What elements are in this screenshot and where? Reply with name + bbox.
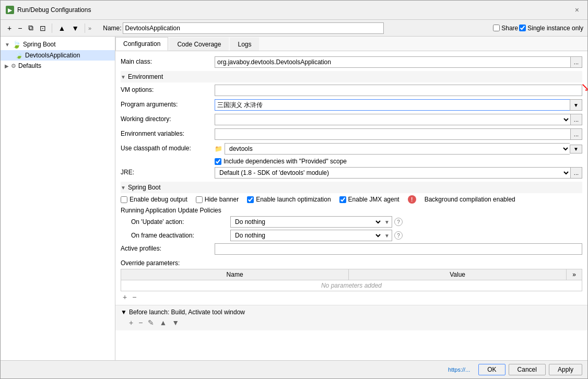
override-params-label: Override parameters:: [121, 258, 582, 267]
program-args-row: Program arguments: ▼: [121, 99, 582, 111]
move-up-button[interactable]: ▲: [55, 22, 68, 34]
enable-jmx-option: Enable JMX agent: [339, 196, 399, 203]
config-panel: Main class: ... ▼ Environment VM options…: [115, 51, 587, 360]
running-policies-section: Running Application Update Policies On '…: [121, 207, 582, 241]
module-folder-icon: 📁: [215, 145, 222, 152]
spring-boot-section-header[interactable]: ▼ Spring Boot: [121, 182, 582, 193]
before-launch-buttons: + − ✎ ▲ ▼: [127, 318, 582, 327]
active-profiles-input[interactable]: [215, 243, 582, 255]
main-class-input[interactable]: [215, 56, 570, 68]
classpath-dropdown-arrow[interactable]: ▼: [570, 145, 582, 153]
sidebar-item-defaults[interactable]: ▶ ⚙ Defaults: [1, 61, 115, 71]
enable-launch-opt-checkbox[interactable]: [247, 196, 254, 203]
close-button[interactable]: ×: [572, 5, 582, 15]
toolbar-separator: [52, 23, 52, 33]
classpath-module-control: 📁 devtools ▼: [215, 143, 582, 155]
enable-debug-option: Enable debug output: [121, 196, 187, 203]
info-icon[interactable]: !: [408, 195, 416, 204]
vm-options-input[interactable]: [215, 85, 582, 96]
add-config-button[interactable]: +: [5, 22, 14, 34]
sidebar: ▼ 🍃 Spring Boot 🍃 DevtoolsApplication ▶ …: [1, 37, 115, 360]
cancel-button[interactable]: Cancel: [509, 364, 546, 375]
copy-config-button[interactable]: ⧉: [26, 22, 36, 34]
env-variables-browse-button[interactable]: ...: [570, 128, 582, 140]
include-deps-row: Include dependencies with "Provided" sco…: [215, 158, 582, 165]
on-update-help-icon[interactable]: ?: [394, 218, 403, 226]
toolbar-separator-2: [85, 23, 85, 33]
main-class-row: Main class: ...: [121, 56, 582, 68]
tab-logs[interactable]: Logs: [230, 38, 259, 51]
bottom-bar: https://... OK Cancel Apply: [1, 360, 587, 378]
on-update-dropdown[interactable]: Do nothing ▼: [230, 216, 392, 228]
before-launch-up-button[interactable]: ▲: [157, 318, 169, 327]
override-empty-msg: No parameters added: [121, 280, 582, 291]
program-args-control: ▼: [215, 99, 582, 111]
env-variables-input[interactable]: [215, 128, 570, 140]
override-add-button[interactable]: +: [121, 292, 129, 302]
jre-select[interactable]: Default (1.8 - SDK of 'devtools' module): [215, 167, 570, 179]
enable-jmx-checkbox[interactable]: [339, 196, 346, 203]
on-update-dropdown-arrow[interactable]: ▼: [382, 219, 392, 225]
paste-config-button[interactable]: ⊡: [37, 22, 49, 34]
enable-debug-checkbox[interactable]: [121, 196, 127, 203]
environment-section-header[interactable]: ▼ Environment: [121, 71, 582, 82]
on-frame-deact-dropdown-arrow[interactable]: ▼: [382, 233, 392, 239]
before-launch-down-button[interactable]: ▼: [170, 318, 181, 327]
main-class-control: ...: [215, 56, 582, 68]
before-launch-header[interactable]: ▼ Before launch: Build, Activate tool wi…: [121, 309, 582, 316]
on-frame-deact-select[interactable]: Do nothing: [231, 230, 382, 241]
spring-boot-icon: 🍃: [12, 40, 21, 49]
before-launch-section: ▼ Before launch: Build, Activate tool wi…: [115, 305, 587, 330]
override-actions-col-header: »: [567, 269, 582, 280]
running-policies-title: Running Application Update Policies: [121, 207, 582, 214]
before-launch-collapse-icon: ▼: [121, 309, 127, 316]
program-args-label: Program arguments:: [121, 99, 215, 108]
working-dir-control: ...: [215, 114, 582, 125]
ok-button[interactable]: OK: [478, 364, 505, 375]
classpath-module-select[interactable]: devtools: [225, 143, 570, 155]
on-frame-deact-row: On frame deactivation: Do nothing ▼ ?: [121, 230, 582, 241]
working-dir-select[interactable]: [215, 114, 570, 125]
jre-row: JRE: Default (1.8 - SDK of 'devtools' mo…: [121, 167, 582, 179]
environment-collapse-icon: ▼: [121, 74, 126, 80]
defaults-icon: ⚙: [11, 63, 16, 69]
share-checkbox[interactable]: [493, 25, 500, 31]
apply-button[interactable]: Apply: [549, 364, 582, 375]
more-options-button[interactable]: »: [88, 25, 91, 31]
hide-banner-checkbox[interactable]: [196, 196, 203, 203]
main-class-browse-button[interactable]: ...: [570, 56, 582, 68]
program-args-expand-button[interactable]: ▼: [570, 99, 582, 111]
working-dir-browse-button[interactable]: ...: [570, 114, 582, 125]
override-table-toolbar: + −: [121, 292, 582, 302]
config-name-input[interactable]: [123, 22, 384, 34]
tab-configuration[interactable]: Configuration: [115, 37, 168, 51]
move-down-button[interactable]: ▼: [69, 22, 81, 34]
run-debug-dialog: ▶ Run/Debug Configurations × + − ⧉ ⊡ ▲ ▼…: [0, 0, 588, 379]
before-launch-edit-button[interactable]: ✎: [146, 318, 156, 327]
remove-config-button[interactable]: −: [15, 22, 25, 34]
override-params-section: Override parameters: Name Value » No par…: [121, 258, 582, 302]
devtools-app-icon: 🍃: [15, 52, 23, 59]
single-instance-checkbox[interactable]: [519, 25, 526, 31]
jre-label: JRE:: [121, 167, 215, 176]
on-update-select[interactable]: Do nothing: [231, 217, 382, 227]
vm-options-label: VM options:: [121, 85, 215, 93]
sidebar-item-devtools[interactable]: 🍃 DevtoolsApplication: [1, 50, 115, 61]
jre-browse-button[interactable]: ...: [570, 167, 582, 179]
title-bar-left: ▶ Run/Debug Configurations: [6, 6, 91, 14]
spring-boot-section-title: Spring Boot: [128, 184, 161, 191]
on-frame-deact-dropdown[interactable]: Do nothing ▼: [230, 230, 392, 241]
on-frame-deact-help-icon[interactable]: ?: [394, 231, 403, 240]
before-launch-add-button[interactable]: +: [127, 318, 135, 327]
bottom-help-link[interactable]: https://...: [6, 366, 470, 373]
before-launch-remove-button[interactable]: −: [136, 318, 145, 327]
include-deps-checkbox[interactable]: [215, 158, 221, 165]
tab-code-coverage[interactable]: Code Coverage: [169, 38, 229, 51]
sidebar-item-spring-boot[interactable]: ▼ 🍃 Spring Boot: [1, 39, 115, 50]
window-title: Run/Debug Configurations: [17, 6, 91, 14]
env-variables-label: Environment variables:: [121, 128, 215, 137]
program-args-input[interactable]: [215, 99, 570, 111]
override-remove-button[interactable]: −: [130, 292, 138, 302]
main-class-label: Main class:: [121, 56, 215, 65]
title-bar: ▶ Run/Debug Configurations ×: [1, 1, 587, 20]
